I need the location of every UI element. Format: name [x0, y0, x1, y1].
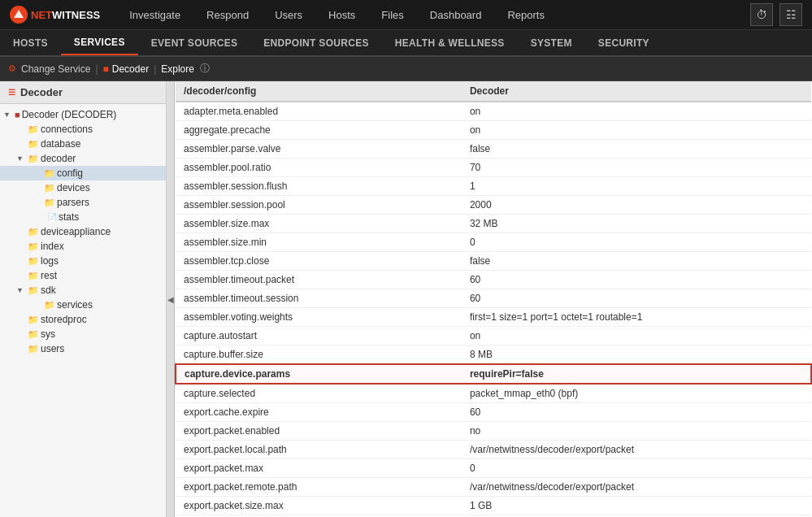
- table-row[interactable]: capture.device.paramsrequirePir=false: [176, 364, 811, 384]
- tree-node-decoder-root[interactable]: ▼ ■ Decoder (DECODER): [0, 107, 166, 122]
- table-row[interactable]: export.packet.enabledno: [176, 422, 811, 441]
- logo-icon: [10, 6, 28, 24]
- table-cell-key: export.packet.local.path: [176, 441, 462, 459]
- table-row[interactable]: assembler.parse.valvefalse: [176, 140, 811, 159]
- tab-system[interactable]: SYSTEM: [518, 30, 585, 55]
- clock-icon-btn[interactable]: ⏱: [750, 3, 773, 26]
- folder-icon-users: 📁: [28, 344, 39, 354]
- breadcrumb-change-service-label: Change Service: [21, 63, 90, 75]
- tab-health-wellness[interactable]: HEALTH & WELLNESS: [382, 30, 518, 55]
- tree-node-sys[interactable]: 📁 sys: [0, 327, 166, 341]
- table-row[interactable]: export.packet.local.path/var/netwitness/…: [176, 441, 811, 459]
- table-cell-key: adapter.meta.enabled: [176, 102, 462, 121]
- table-row[interactable]: assembler.timeout.session60: [176, 289, 811, 308]
- logo-text: NETWITNESS: [31, 9, 100, 21]
- tree-node-database[interactable]: 📁 database: [0, 137, 166, 151]
- node-label-connections: connections: [41, 124, 93, 135]
- table-row[interactable]: capture.selectedpacket_mmap_eth0 (bpf): [176, 384, 811, 403]
- table-row[interactable]: assembler.voting.weightsfirst=1 size=1 p…: [176, 308, 811, 327]
- file-icon-stats: 📄: [47, 213, 57, 222]
- table-cell-value: on: [462, 102, 811, 121]
- tree-panel: ☰ Decoder ▼ ■ Decoder (DECODER) 📁 connec…: [0, 81, 167, 517]
- tab-hosts[interactable]: HOSTS: [0, 30, 61, 55]
- table-cell-key: assembler.pool.ratio: [176, 159, 462, 177]
- tree-node-users[interactable]: 📁 users: [0, 341, 166, 356]
- table-cell-key: aggregate.precache: [176, 121, 462, 140]
- table-row[interactable]: export.cache.expire60: [176, 403, 811, 422]
- table-row[interactable]: assembler.session.pool2000: [176, 196, 811, 215]
- table-cell-value: 60: [462, 289, 811, 308]
- nav-files[interactable]: Files: [368, 0, 416, 29]
- breadcrumb-change-service[interactable]: Change Service: [21, 63, 90, 75]
- nav-dashboard[interactable]: Dashboard: [417, 0, 495, 29]
- tree-node-stats[interactable]: 📄 stats: [0, 210, 166, 224]
- main-content: ☰ Decoder ▼ ■ Decoder (DECODER) 📁 connec…: [0, 81, 812, 517]
- table-cell-key: assembler.size.max: [176, 215, 462, 233]
- tree-node-logs[interactable]: 📁 logs: [0, 254, 166, 268]
- table-row[interactable]: assembler.size.min0: [176, 233, 811, 252]
- tree-node-storedproc[interactable]: 📁 storedproc: [0, 312, 166, 327]
- node-label-rest: rest: [41, 270, 57, 281]
- tree-body[interactable]: ▼ ■ Decoder (DECODER) 📁 connections 📁 da…: [0, 104, 166, 517]
- tab-services[interactable]: SERVICES: [61, 30, 138, 55]
- folder-icon-database: 📁: [28, 139, 39, 150]
- decoder-icon: ■: [103, 63, 109, 75]
- table-cell-key: assembler.session.pool: [176, 196, 462, 215]
- grid-icon-btn[interactable]: ☷: [779, 3, 802, 26]
- table-row[interactable]: capture.buffer.size8 MB: [176, 345, 811, 365]
- breadcrumb-decoder[interactable]: ■ Decoder: [103, 63, 150, 75]
- tree-node-index[interactable]: 📁 index: [0, 239, 166, 254]
- table-cell-value: 70: [462, 159, 811, 177]
- table-row[interactable]: assembler.tcp.closefalse: [176, 252, 811, 271]
- node-label-database: database: [41, 138, 80, 150]
- folder-icon-services: 📁: [44, 300, 55, 311]
- table-cell-value: 1 GB: [462, 497, 811, 515]
- folder-icon-parsers: 📁: [44, 198, 55, 208]
- tree-node-connections[interactable]: 📁 connections: [0, 122, 166, 137]
- tree-node-config[interactable]: 📁 config: [0, 166, 166, 180]
- table-row[interactable]: export.packet.size.max1 GB: [176, 497, 811, 515]
- breadcrumb-sep-2: |: [154, 63, 156, 75]
- nav-reports[interactable]: Reports: [494, 0, 558, 29]
- table-row[interactable]: assembler.pool.ratio70: [176, 159, 811, 177]
- logo: NETWITNESS: [0, 6, 116, 24]
- table-cell-key: export.packet.enabled: [176, 422, 462, 441]
- table-cell-value: packet_mmap_eth0 (bpf): [462, 384, 811, 403]
- folder-open-icon: 📁: [28, 124, 39, 135]
- tab-security[interactable]: SECURITY: [585, 30, 662, 55]
- breadcrumb-explore[interactable]: Explore ⓘ: [161, 62, 210, 76]
- table-cell-value: false: [462, 252, 811, 271]
- table-row[interactable]: assembler.timeout.packet60: [176, 271, 811, 289]
- table-cell-value: requirePir=false: [462, 364, 811, 384]
- tab-event-sources[interactable]: EVENT SOURCES: [138, 30, 251, 55]
- table-cell-value: 2000: [462, 196, 811, 215]
- tree-node-deviceappliance[interactable]: 📁 deviceappliance: [0, 224, 166, 239]
- nav-users[interactable]: Users: [262, 0, 315, 29]
- tree-node-decoder[interactable]: ▼ 📁 decoder: [0, 151, 166, 166]
- tree-node-services[interactable]: 📁 services: [0, 298, 166, 312]
- table-row[interactable]: aggregate.precacheon: [176, 121, 811, 140]
- nav-investigate[interactable]: Investigate: [116, 0, 193, 29]
- tree-node-devices[interactable]: 📁 devices: [0, 180, 166, 195]
- tab-endpoint-sources[interactable]: ENDPOINT SOURCES: [250, 30, 381, 55]
- nav-hosts[interactable]: Hosts: [315, 0, 368, 29]
- tree-header-label: Decoder: [20, 86, 63, 98]
- nav-respond[interactable]: Respond: [193, 0, 262, 29]
- table-cell-value: 60: [462, 271, 811, 289]
- table-row[interactable]: capture.autostarton: [176, 327, 811, 345]
- tree-node-rest[interactable]: 📁 rest: [0, 268, 166, 283]
- tree-collapse-handle[interactable]: ◀: [167, 81, 175, 517]
- data-table-container[interactable]: /decoder/config Decoder adapter.meta.ena…: [175, 81, 812, 517]
- table-cell-value: false: [462, 140, 811, 159]
- tree-node-parsers[interactable]: 📁 parsers: [0, 195, 166, 210]
- table-row[interactable]: export.packet.remote.path/var/netwitness…: [176, 478, 811, 497]
- table-cell-key: export.packet.size.max: [176, 497, 462, 515]
- table-row[interactable]: assembler.size.max32 MB: [176, 215, 811, 233]
- gear-icon: ⚙: [8, 63, 16, 74]
- table-row[interactable]: assembler.session.flush1: [176, 177, 811, 196]
- table-row[interactable]: export.packet.max0: [176, 459, 811, 478]
- tree-header-icon: ☰: [8, 88, 15, 97]
- table-body: adapter.meta.enabledonaggregate.precache…: [176, 102, 811, 517]
- table-row[interactable]: adapter.meta.enabledon: [176, 102, 811, 121]
- tree-node-sdk[interactable]: ▼ 📁 sdk: [0, 283, 166, 298]
